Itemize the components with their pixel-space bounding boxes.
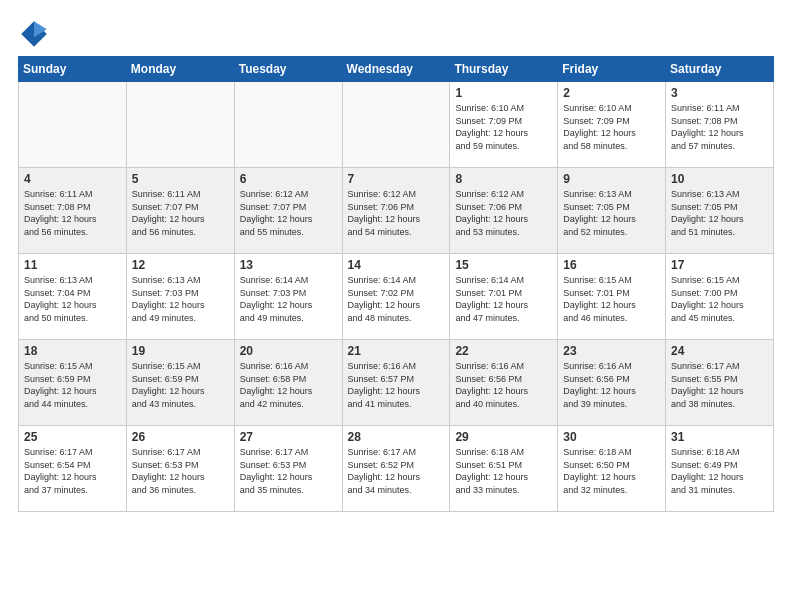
- calendar-header-monday: Monday: [126, 57, 234, 82]
- day-info: Sunrise: 6:17 AM Sunset: 6:55 PM Dayligh…: [671, 360, 768, 410]
- day-number: 17: [671, 258, 768, 272]
- calendar-cell: 25Sunrise: 6:17 AM Sunset: 6:54 PM Dayli…: [19, 426, 127, 512]
- day-info: Sunrise: 6:13 AM Sunset: 7:03 PM Dayligh…: [132, 274, 229, 324]
- calendar-cell: 9Sunrise: 6:13 AM Sunset: 7:05 PM Daylig…: [558, 168, 666, 254]
- day-info: Sunrise: 6:13 AM Sunset: 7:05 PM Dayligh…: [563, 188, 660, 238]
- day-number: 13: [240, 258, 337, 272]
- day-number: 14: [348, 258, 445, 272]
- calendar-cell: 8Sunrise: 6:12 AM Sunset: 7:06 PM Daylig…: [450, 168, 558, 254]
- logo-icon: [18, 18, 50, 50]
- calendar-cell: 13Sunrise: 6:14 AM Sunset: 7:03 PM Dayli…: [234, 254, 342, 340]
- calendar-cell: [126, 82, 234, 168]
- day-number: 24: [671, 344, 768, 358]
- day-info: Sunrise: 6:16 AM Sunset: 6:57 PM Dayligh…: [348, 360, 445, 410]
- calendar-week-2: 4Sunrise: 6:11 AM Sunset: 7:08 PM Daylig…: [19, 168, 774, 254]
- day-number: 25: [24, 430, 121, 444]
- calendar-cell: 23Sunrise: 6:16 AM Sunset: 6:56 PM Dayli…: [558, 340, 666, 426]
- day-info: Sunrise: 6:18 AM Sunset: 6:49 PM Dayligh…: [671, 446, 768, 496]
- day-info: Sunrise: 6:15 AM Sunset: 6:59 PM Dayligh…: [24, 360, 121, 410]
- calendar-cell: [342, 82, 450, 168]
- calendar-cell: 17Sunrise: 6:15 AM Sunset: 7:00 PM Dayli…: [666, 254, 774, 340]
- calendar-header-wednesday: Wednesday: [342, 57, 450, 82]
- calendar-cell: 16Sunrise: 6:15 AM Sunset: 7:01 PM Dayli…: [558, 254, 666, 340]
- day-info: Sunrise: 6:12 AM Sunset: 7:06 PM Dayligh…: [455, 188, 552, 238]
- day-number: 15: [455, 258, 552, 272]
- day-number: 11: [24, 258, 121, 272]
- calendar-cell: 29Sunrise: 6:18 AM Sunset: 6:51 PM Dayli…: [450, 426, 558, 512]
- calendar-cell: 10Sunrise: 6:13 AM Sunset: 7:05 PM Dayli…: [666, 168, 774, 254]
- day-number: 8: [455, 172, 552, 186]
- calendar-cell: 30Sunrise: 6:18 AM Sunset: 6:50 PM Dayli…: [558, 426, 666, 512]
- calendar-cell: 21Sunrise: 6:16 AM Sunset: 6:57 PM Dayli…: [342, 340, 450, 426]
- day-number: 10: [671, 172, 768, 186]
- day-info: Sunrise: 6:16 AM Sunset: 6:56 PM Dayligh…: [455, 360, 552, 410]
- calendar-cell: 1Sunrise: 6:10 AM Sunset: 7:09 PM Daylig…: [450, 82, 558, 168]
- day-info: Sunrise: 6:13 AM Sunset: 7:05 PM Dayligh…: [671, 188, 768, 238]
- calendar-cell: 3Sunrise: 6:11 AM Sunset: 7:08 PM Daylig…: [666, 82, 774, 168]
- calendar-cell: 31Sunrise: 6:18 AM Sunset: 6:49 PM Dayli…: [666, 426, 774, 512]
- day-number: 26: [132, 430, 229, 444]
- calendar-cell: 26Sunrise: 6:17 AM Sunset: 6:53 PM Dayli…: [126, 426, 234, 512]
- calendar-cell: 2Sunrise: 6:10 AM Sunset: 7:09 PM Daylig…: [558, 82, 666, 168]
- day-info: Sunrise: 6:10 AM Sunset: 7:09 PM Dayligh…: [455, 102, 552, 152]
- day-info: Sunrise: 6:11 AM Sunset: 7:07 PM Dayligh…: [132, 188, 229, 238]
- day-number: 23: [563, 344, 660, 358]
- calendar-cell: 28Sunrise: 6:17 AM Sunset: 6:52 PM Dayli…: [342, 426, 450, 512]
- calendar-header-tuesday: Tuesday: [234, 57, 342, 82]
- day-info: Sunrise: 6:13 AM Sunset: 7:04 PM Dayligh…: [24, 274, 121, 324]
- calendar-header-thursday: Thursday: [450, 57, 558, 82]
- day-number: 30: [563, 430, 660, 444]
- day-info: Sunrise: 6:17 AM Sunset: 6:53 PM Dayligh…: [132, 446, 229, 496]
- day-number: 29: [455, 430, 552, 444]
- calendar-cell: 20Sunrise: 6:16 AM Sunset: 6:58 PM Dayli…: [234, 340, 342, 426]
- day-number: 6: [240, 172, 337, 186]
- day-info: Sunrise: 6:11 AM Sunset: 7:08 PM Dayligh…: [24, 188, 121, 238]
- day-number: 5: [132, 172, 229, 186]
- day-number: 16: [563, 258, 660, 272]
- day-info: Sunrise: 6:17 AM Sunset: 6:52 PM Dayligh…: [348, 446, 445, 496]
- calendar-cell: 18Sunrise: 6:15 AM Sunset: 6:59 PM Dayli…: [19, 340, 127, 426]
- calendar-cell: 24Sunrise: 6:17 AM Sunset: 6:55 PM Dayli…: [666, 340, 774, 426]
- day-info: Sunrise: 6:14 AM Sunset: 7:01 PM Dayligh…: [455, 274, 552, 324]
- day-info: Sunrise: 6:12 AM Sunset: 7:07 PM Dayligh…: [240, 188, 337, 238]
- day-number: 3: [671, 86, 768, 100]
- logo: [18, 18, 56, 50]
- day-number: 20: [240, 344, 337, 358]
- day-number: 4: [24, 172, 121, 186]
- calendar-week-4: 18Sunrise: 6:15 AM Sunset: 6:59 PM Dayli…: [19, 340, 774, 426]
- day-number: 28: [348, 430, 445, 444]
- calendar-cell: 27Sunrise: 6:17 AM Sunset: 6:53 PM Dayli…: [234, 426, 342, 512]
- day-info: Sunrise: 6:11 AM Sunset: 7:08 PM Dayligh…: [671, 102, 768, 152]
- day-info: Sunrise: 6:17 AM Sunset: 6:54 PM Dayligh…: [24, 446, 121, 496]
- calendar-header-friday: Friday: [558, 57, 666, 82]
- day-number: 9: [563, 172, 660, 186]
- day-number: 18: [24, 344, 121, 358]
- day-info: Sunrise: 6:18 AM Sunset: 6:51 PM Dayligh…: [455, 446, 552, 496]
- calendar-week-1: 1Sunrise: 6:10 AM Sunset: 7:09 PM Daylig…: [19, 82, 774, 168]
- day-info: Sunrise: 6:16 AM Sunset: 6:58 PM Dayligh…: [240, 360, 337, 410]
- day-number: 2: [563, 86, 660, 100]
- calendar-header-saturday: Saturday: [666, 57, 774, 82]
- day-number: 19: [132, 344, 229, 358]
- calendar-cell: 7Sunrise: 6:12 AM Sunset: 7:06 PM Daylig…: [342, 168, 450, 254]
- day-number: 12: [132, 258, 229, 272]
- day-info: Sunrise: 6:16 AM Sunset: 6:56 PM Dayligh…: [563, 360, 660, 410]
- day-info: Sunrise: 6:15 AM Sunset: 7:01 PM Dayligh…: [563, 274, 660, 324]
- day-number: 21: [348, 344, 445, 358]
- day-info: Sunrise: 6:10 AM Sunset: 7:09 PM Dayligh…: [563, 102, 660, 152]
- day-info: Sunrise: 6:14 AM Sunset: 7:03 PM Dayligh…: [240, 274, 337, 324]
- calendar-cell: 14Sunrise: 6:14 AM Sunset: 7:02 PM Dayli…: [342, 254, 450, 340]
- day-info: Sunrise: 6:14 AM Sunset: 7:02 PM Dayligh…: [348, 274, 445, 324]
- calendar: SundayMondayTuesdayWednesdayThursdayFrid…: [18, 56, 774, 512]
- calendar-cell: 4Sunrise: 6:11 AM Sunset: 7:08 PM Daylig…: [19, 168, 127, 254]
- day-info: Sunrise: 6:15 AM Sunset: 7:00 PM Dayligh…: [671, 274, 768, 324]
- day-info: Sunrise: 6:17 AM Sunset: 6:53 PM Dayligh…: [240, 446, 337, 496]
- page: SundayMondayTuesdayWednesdayThursdayFrid…: [0, 0, 792, 522]
- calendar-cell: 11Sunrise: 6:13 AM Sunset: 7:04 PM Dayli…: [19, 254, 127, 340]
- calendar-cell: 19Sunrise: 6:15 AM Sunset: 6:59 PM Dayli…: [126, 340, 234, 426]
- header: [18, 18, 774, 50]
- calendar-cell: 15Sunrise: 6:14 AM Sunset: 7:01 PM Dayli…: [450, 254, 558, 340]
- day-info: Sunrise: 6:18 AM Sunset: 6:50 PM Dayligh…: [563, 446, 660, 496]
- calendar-cell: [234, 82, 342, 168]
- calendar-cell: 12Sunrise: 6:13 AM Sunset: 7:03 PM Dayli…: [126, 254, 234, 340]
